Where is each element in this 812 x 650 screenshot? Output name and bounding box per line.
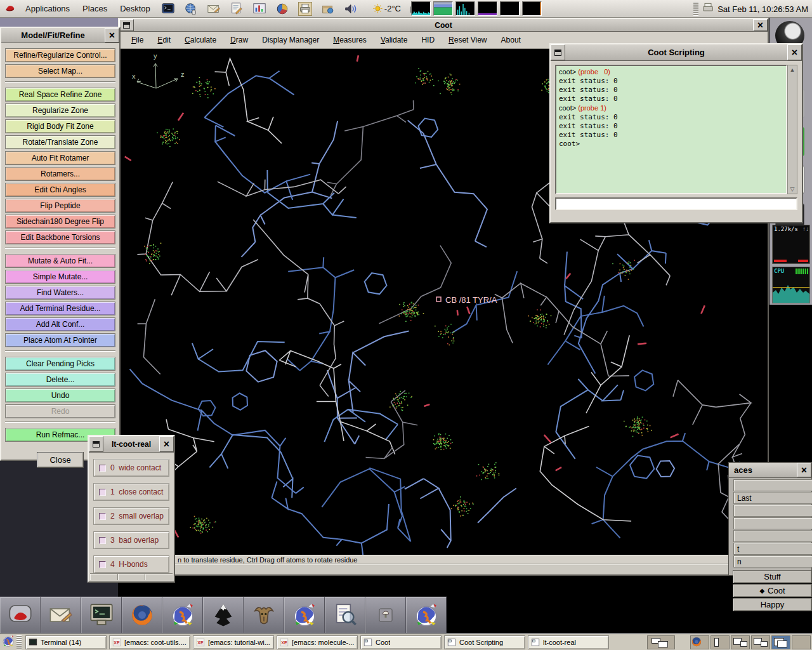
workspace-row[interactable]: Last	[733, 492, 812, 504]
model-button-simple-mutate[interactable]: Simple Mutate...	[5, 270, 115, 284]
clock[interactable]: Sat Feb 11, 10:26:53 AM	[717, 4, 811, 14]
model-button-redo[interactable]: Redo	[5, 404, 115, 418]
model-button-undo[interactable]: Undo	[5, 388, 115, 402]
weather-applet[interactable]: -2°C	[372, 3, 401, 14]
model-button-regularize-zone[interactable]: Regularize Zone	[5, 103, 115, 117]
contact-toggle-1-close-contact[interactable]: 1 close contact	[93, 483, 169, 501]
model-button-sidechain180-degree-flip[interactable]: Sidechain180 Degree Flip	[5, 215, 115, 229]
workspace-cell[interactable]	[751, 635, 770, 649]
scrollbar[interactable]: ▲ ▽	[787, 65, 797, 194]
workspace-cell[interactable]	[792, 635, 811, 649]
launcher-coot[interactable]	[162, 597, 203, 633]
menu-file[interactable]: File	[124, 32, 150, 48]
contact-toggle-3-bad-overlap[interactable]: 3 bad overlap	[93, 531, 169, 549]
model-button-rotate-translate-zone[interactable]: Rotate/Translate Zone	[5, 135, 115, 149]
model-button-rotamers[interactable]: Rotamers...	[5, 167, 115, 181]
system-monitor-applet[interactable]	[478, 1, 497, 16]
model-button-auto-fit-rotamer[interactable]: Auto Fit Rotamer	[5, 151, 115, 165]
volume-icon[interactable]	[344, 2, 358, 16]
workspace-happy[interactable]: Happy	[733, 598, 812, 611]
terminal-icon[interactable]	[161, 2, 175, 16]
window-list-icon[interactable]	[647, 635, 675, 649]
workspace-row[interactable]: n	[733, 555, 812, 567]
menu-about[interactable]: About	[494, 32, 528, 48]
launcher-coot[interactable]	[406, 597, 447, 633]
menu-reset-view[interactable]: Reset View	[442, 32, 494, 48]
document-icon[interactable]	[230, 2, 244, 16]
workspace-row[interactable]	[733, 505, 812, 517]
window-menu-button[interactable]	[89, 436, 103, 452]
menu-display-manager[interactable]: Display Manager	[255, 32, 326, 48]
model-button-select-map[interactable]: Select Map...	[5, 64, 115, 78]
launcher-docviewer[interactable]	[325, 597, 365, 633]
menu-draw[interactable]: Draw	[223, 32, 255, 48]
model-button-edit-backbone-torsions[interactable]: Edit Backbone Torsions	[5, 230, 115, 244]
system-monitor-applet[interactable]	[500, 1, 520, 16]
close-button[interactable]: ×	[797, 463, 811, 477]
taskbar-grip[interactable]	[16, 635, 22, 649]
task-coot-scripting[interactable]: Coot Scripting	[444, 635, 525, 649]
workspace-row[interactable]	[733, 479, 812, 491]
menu-validate[interactable]: Validate	[374, 32, 415, 48]
launcher-inkscape[interactable]	[203, 597, 244, 633]
model-button-edit-chi-angles[interactable]: Edit Chi Angles	[5, 183, 115, 197]
launcher-firefox[interactable]	[122, 597, 162, 633]
model-button-place-atom-at-pointer[interactable]: Place Atom At Pointer	[5, 333, 115, 347]
contact-toggle-4-h-bonds[interactable]: 4 H-bonds	[93, 555, 169, 573]
web-browser-icon[interactable]	[184, 2, 198, 16]
window-menu-button[interactable]	[119, 19, 134, 31]
model-button-rigid-body-fit-zone[interactable]: Rigid Body Fit Zone	[5, 119, 115, 133]
task-emacs-molecule[interactable]: XE[emacs: molecule-...	[277, 635, 358, 649]
close-button[interactable]: ×	[105, 28, 119, 43]
pie-icon[interactable]	[275, 2, 289, 16]
menu-calculate[interactable]: Calculate	[178, 32, 223, 48]
model-button-mutate-auto-fit[interactable]: Mutate & Auto Fit...	[5, 254, 115, 268]
task-terminal-14[interactable]: Terminal (14)	[25, 635, 107, 649]
launcher-crt[interactable]	[81, 597, 122, 633]
task-emacs-coot-utils[interactable]: XE[emacs: coot-utils....	[109, 635, 190, 649]
panel-grip[interactable]	[693, 2, 698, 16]
scroll-up-icon[interactable]: ▲	[790, 65, 796, 74]
launcher-redhat[interactable]	[0, 597, 41, 633]
workspace-cell[interactable]	[731, 635, 750, 649]
workspace-cell[interactable]	[710, 635, 730, 649]
model-close-button[interactable]: Close	[37, 452, 84, 468]
model-button-clear-pending-picks[interactable]: Clear Pending Picks	[5, 357, 115, 371]
printer-icon[interactable]	[298, 2, 312, 16]
workspace-coot[interactable]: ◆Coot	[733, 584, 812, 597]
contact-toggle-0-wide-contact[interactable]: 0 wide contact	[93, 459, 169, 477]
system-monitor-applet[interactable]	[522, 1, 542, 16]
workspace-row[interactable]	[733, 517, 812, 529]
model-button-real-space-refine-zone[interactable]: Real Space Refine Zone	[5, 88, 115, 102]
launcher-screem[interactable]	[365, 597, 406, 633]
close-button[interactable]: ×	[753, 19, 768, 31]
model-button-add-alt-conf[interactable]: Add Alt Conf...	[5, 317, 115, 331]
workspace-cell-active[interactable]	[771, 635, 790, 649]
menu-applications[interactable]: Applications	[20, 1, 75, 16]
task-lt-coot-real[interactable]: lt-coot-real	[528, 635, 609, 649]
package-icon[interactable]	[321, 2, 335, 16]
menu-edit[interactable]: Edit	[150, 32, 178, 48]
taskbar-app-icon[interactable]	[2, 635, 15, 650]
menu-hid[interactable]: HID	[414, 32, 442, 48]
email-icon[interactable]	[207, 2, 221, 16]
system-monitor-applet[interactable]	[455, 1, 475, 16]
workspace-stuff[interactable]: Stuff	[733, 570, 812, 583]
menu-desktop[interactable]: Desktop	[115, 1, 155, 16]
system-monitor-applet[interactable]	[411, 1, 431, 16]
model-button-delete[interactable]: Delete...	[5, 373, 115, 387]
workspace-cell[interactable]	[690, 635, 709, 649]
launcher-email[interactable]	[41, 597, 81, 633]
launcher-gnu[interactable]	[244, 597, 284, 633]
scroll-down-icon[interactable]: ▽	[790, 185, 795, 194]
workspace-row[interactable]: t	[733, 543, 812, 555]
launcher-coot[interactable]	[284, 597, 325, 633]
chart-icon[interactable]	[252, 2, 266, 16]
model-button-find-waters[interactable]: Find Waters...	[5, 286, 115, 300]
menu-measures[interactable]: Measures	[326, 32, 374, 48]
system-monitor-applet[interactable]	[433, 1, 453, 16]
menu-places[interactable]: Places	[77, 1, 112, 16]
close-button[interactable]: ×	[159, 436, 174, 452]
task-emacs-tutorial-wi[interactable]: XE[emacs: tutorial-wi...	[193, 635, 274, 649]
contact-toggle-2-small-overlap[interactable]: 2 small overlap	[93, 507, 169, 525]
